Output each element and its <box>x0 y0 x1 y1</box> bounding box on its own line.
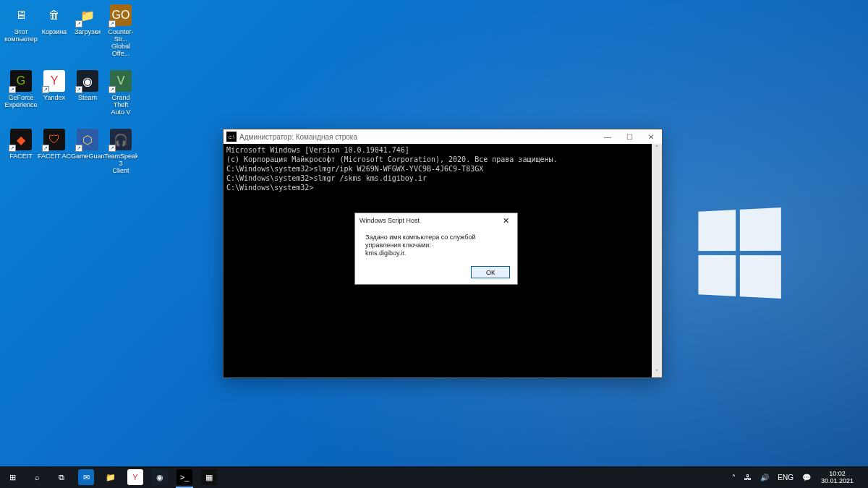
clock-time: 10:02 <box>821 470 854 477</box>
taskbar-clock[interactable]: 10:02 30.01.2021 <box>817 470 858 484</box>
system-tray[interactable]: ˄ 🖧 🔊 ENG 💬 10:02 30.01.2021 <box>726 466 868 488</box>
faceit-ac-icon: 🛡↗ <box>43 129 65 150</box>
taskbar-app-button[interactable]: ▦ <box>197 466 221 488</box>
taskbar-start-button[interactable]: ⊞ <box>0 466 25 488</box>
shortcut-arrow-icon: ↗ <box>75 86 82 93</box>
search-icon: ⌕ <box>29 469 45 485</box>
dialog-body: Задано имя компьютера со службой управле… <box>355 228 517 262</box>
dialog-close-button[interactable]: ✕ <box>498 216 513 226</box>
desktop-icon-faceit[interactable]: ◆↗FACEIT <box>4 129 38 174</box>
taskbar-explorer-button[interactable]: 📁 <box>98 466 123 488</box>
taskbar-mail-button[interactable]: ✉ <box>74 466 98 488</box>
cmd-output-line: (c) Корпорация Майкрософт (Microsoft Cor… <box>226 155 659 164</box>
cmd-titlebar[interactable]: c:\ Администратор: Командная строка — ☐ … <box>224 129 662 144</box>
maximize-button[interactable]: ☐ <box>618 129 640 144</box>
shortcut-arrow-icon: ↗ <box>75 145 82 152</box>
mail-icon: ✉ <box>78 469 94 485</box>
gtav-icon: V↗ <box>110 70 132 92</box>
cmd-output-line: C:\Windows\system32>slmgr/ipk W269N-WFGW… <box>226 164 659 174</box>
desktop-icon-downloads[interactable]: 📁↗Загрузки <box>71 4 104 57</box>
geforce-icon: G↗ <box>10 70 32 92</box>
scroll-up-icon[interactable]: ˄ <box>655 144 659 153</box>
shortcut-arrow-icon: ↗ <box>75 20 82 27</box>
desktop-icons-grid: 🖥Этот компьютер🗑Корзина📁↗ЗагрузкиGO↗Coun… <box>4 4 137 174</box>
desktop-icon-label: Корзина <box>42 28 67 35</box>
desktop-icon-gameguard[interactable]: ⬡↗GameGuard <box>71 129 104 174</box>
shortcut-arrow-icon: ↗ <box>9 86 16 93</box>
cmd-output-line: C:\Windows\system32> <box>226 183 659 192</box>
shortcut-arrow-icon: ↗ <box>9 145 16 152</box>
desktop-icon-label: GameGuard <box>71 153 104 160</box>
recycle-icon: 🗑 <box>43 4 65 26</box>
desktop-icon-recycle[interactable]: 🗑Корзина <box>38 4 71 57</box>
desktop-icon-label: Steam <box>78 94 97 101</box>
desktop-icon-label: Grand Theft Auto V <box>104 94 137 116</box>
cmd-icon: c:\ <box>226 132 237 142</box>
cmd-icon: >_ <box>176 469 192 485</box>
desktop-icon-gtav[interactable]: V↗Grand Theft Auto V <box>104 70 137 116</box>
desktop-icon-csgo[interactable]: GO↗Counter-Str... Global Offe... <box>104 4 137 57</box>
shortcut-arrow-icon: ↗ <box>109 86 116 93</box>
desktop-icon-this-pc[interactable]: 🖥Этот компьютер <box>4 4 38 57</box>
minimize-button[interactable]: — <box>597 129 618 144</box>
desktop-icon-label: TeamSpeak 3 Client <box>104 153 137 174</box>
cmd-output-line: Microsoft Windows [Version 10.0.19041.74… <box>226 145 659 155</box>
start-icon: ⊞ <box>4 469 20 485</box>
taskbar-search-button[interactable]: ⌕ <box>25 466 49 488</box>
explorer-icon: 📁 <box>103 469 119 485</box>
shortcut-arrow-icon: ↗ <box>109 145 116 152</box>
dialog-titlebar[interactable]: Windows Script Host ✕ <box>355 213 517 228</box>
downloads-icon: 📁↗ <box>77 4 98 26</box>
desktop-icon-label: FACEIT AC <box>38 153 71 160</box>
steam-icon: ◉↗ <box>77 70 98 92</box>
tray-notifications-icon[interactable]: 💬 <box>799 474 814 481</box>
shortcut-arrow-icon: ↗ <box>42 145 49 152</box>
desktop-icon-label: GeForce Experience <box>4 94 37 108</box>
taskbar-steam-button[interactable]: ◉ <box>148 466 172 488</box>
dialog-text-line1: Задано имя компьютера со службой управле… <box>365 234 507 249</box>
desktop-icon-label: Загрузки <box>75 28 101 35</box>
teamspeak-icon: 🎧↗ <box>110 129 132 150</box>
yandex-icon: Y <box>127 469 143 485</box>
taskbar[interactable]: ⊞⌕⧉✉📁Y◉>_▦ ˄ 🖧 🔊 ENG 💬 10:02 30.01.2021 <box>0 466 868 488</box>
desktop-icon-label: Yandex <box>43 94 65 101</box>
desktop-icon-yandex[interactable]: Y↗Yandex <box>38 70 71 116</box>
steam-icon: ◉ <box>152 469 168 485</box>
taskview-icon: ⧉ <box>54 469 69 485</box>
desktop-icon-label: FACEIT <box>9 153 33 160</box>
desktop-icon-label: Counter-Str... Global Offe... <box>104 28 137 57</box>
shortcut-arrow-icon: ↗ <box>42 86 49 93</box>
desktop-icon-label: Этот компьютер <box>4 28 37 43</box>
taskbar-taskview-button[interactable]: ⧉ <box>49 466 74 488</box>
desktop[interactable]: 🖥Этот компьютер🗑Корзина📁↗ЗагрузкиGO↗Coun… <box>0 0 868 488</box>
clock-date: 30.01.2021 <box>821 477 854 484</box>
tray-chevron-icon[interactable]: ˄ <box>729 474 739 481</box>
taskbar-spacer <box>221 466 726 488</box>
cmd-output-line: C:\Windows\system32>slmgr /skms kms.digi… <box>226 174 659 183</box>
csgo-icon: GO↗ <box>110 4 132 26</box>
desktop-icon-steam[interactable]: ◉↗Steam <box>71 70 104 116</box>
tray-language[interactable]: ENG <box>775 474 796 481</box>
desktop-icon-teamspeak[interactable]: 🎧↗TeamSpeak 3 Client <box>104 129 137 174</box>
scroll-down-icon[interactable]: ˅ <box>655 368 659 377</box>
cmd-title: Администратор: Командная строка <box>239 133 597 141</box>
dialog-ok-button[interactable]: ОК <box>471 266 510 278</box>
desktop-icon-geforce[interactable]: G↗GeForce Experience <box>4 70 38 116</box>
this-pc-icon: 🖥 <box>10 4 32 26</box>
tray-network-icon[interactable]: 🖧 <box>741 474 754 481</box>
app-icon: ▦ <box>201 469 217 485</box>
taskbar-cmd-button[interactable]: >_ <box>172 466 197 488</box>
tray-sound-icon[interactable]: 🔊 <box>757 474 772 481</box>
cmd-scrollbar[interactable]: ˄ ˅ <box>652 144 662 377</box>
faceit-icon: ◆↗ <box>10 129 32 150</box>
windows-logo-decor <box>698 207 780 299</box>
shortcut-arrow-icon: ↗ <box>109 20 116 27</box>
script-host-dialog[interactable]: Windows Script Host ✕ Задано имя компьют… <box>354 213 518 285</box>
gameguard-icon: ⬡↗ <box>77 129 98 150</box>
dialog-title: Windows Script Host <box>359 217 420 224</box>
close-button[interactable]: ✕ <box>640 129 662 144</box>
desktop-icon-faceit-ac[interactable]: 🛡↗FACEIT AC <box>38 129 71 174</box>
taskbar-yandex-button[interactable]: Y <box>123 466 148 488</box>
dialog-text-line2: kms.digiboy.ir. <box>365 249 507 257</box>
yandex-icon: Y↗ <box>43 70 65 92</box>
